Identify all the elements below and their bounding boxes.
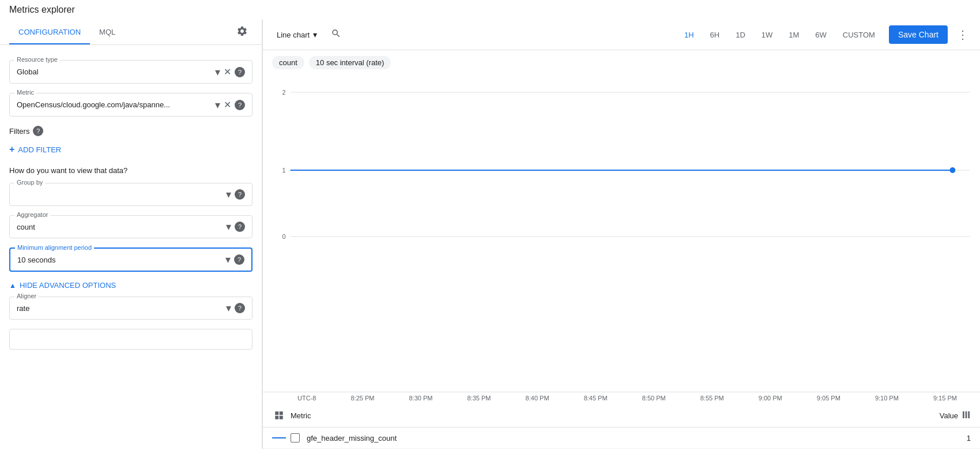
chart-x-axis: UTC-8 8:25 PM 8:30 PM 8:35 PM 8:40 PM 8:… <box>263 392 980 404</box>
metric-label: Metric <box>14 89 36 96</box>
metric-field: Metric OpenCensus/cloud.google.com/java/… <box>9 93 252 117</box>
data-table: Metric Value gfe_header_missing_count 1 <box>263 404 980 449</box>
svg-text:0: 0 <box>282 233 286 240</box>
metric-value: OpenCensus/cloud.google.com/java/spanne.… <box>17 100 210 109</box>
aggregator-field: Aggregator count ▾ ? <box>9 215 252 238</box>
data-table-header: Metric Value <box>263 404 980 427</box>
chart-svg: 2 1 0 <box>263 81 980 248</box>
minimum-alignment-field: Minimum alignment period 10 seconds ▾ ? <box>9 247 252 272</box>
table-value-col-header: Value <box>940 411 958 420</box>
x-label-850: 8:50 PM <box>642 395 666 402</box>
filters-help-icon[interactable]: ? <box>33 126 43 136</box>
resource-type-label: Resource type <box>14 56 60 63</box>
x-label-845: 8:45 PM <box>584 395 608 402</box>
settings-gear-icon[interactable] <box>232 21 252 43</box>
x-label-825: 8:25 PM <box>350 395 374 402</box>
table-metric-grid-icon <box>272 408 286 422</box>
chart-type-label: Line chart <box>277 31 310 39</box>
x-label-835: 8:35 PM <box>468 395 491 402</box>
row-metric-name: gfe_header_missing_count <box>307 434 397 442</box>
minimum-alignment-label: Minimum alignment period <box>15 244 94 251</box>
group-by-field: Group by ▾ ? <box>9 183 252 206</box>
table-columns-icon[interactable] <box>962 410 971 421</box>
hide-advanced-button[interactable]: ▲ HIDE ADVANCED OPTIONS <box>9 281 252 290</box>
metric-help-icon[interactable]: ? <box>235 100 245 110</box>
filters-title-text: Filters <box>9 127 29 136</box>
aggregator-help-icon[interactable]: ? <box>235 222 245 232</box>
x-label-830: 8:30 PM <box>409 395 433 402</box>
hide-advanced-chevron-icon: ▲ <box>9 282 16 290</box>
svg-text:1: 1 <box>282 167 286 174</box>
minimum-alignment-chevron-icon[interactable]: ▾ <box>225 254 231 265</box>
left-panel: CONFIGURATION MQL Resource type Global ▾… <box>0 20 262 449</box>
x-label-905: 9:05 PM <box>817 395 840 402</box>
svg-text:2: 2 <box>282 89 286 96</box>
x-label-915: 9:15 PM <box>933 395 957 402</box>
chip-count[interactable]: count <box>272 56 304 69</box>
hide-advanced-label: HIDE ADVANCED OPTIONS <box>20 281 116 290</box>
resource-type-clear-icon[interactable]: ✕ <box>224 66 231 77</box>
minimum-alignment-value: 10 seconds <box>17 256 221 264</box>
aggregator-value: count <box>17 223 221 231</box>
time-btn-1d[interactable]: 1D <box>729 28 752 42</box>
aligner-help-icon[interactable]: ? <box>235 303 245 313</box>
time-btn-6h[interactable]: 6H <box>703 28 727 42</box>
x-label-910: 9:10 PM <box>875 395 899 402</box>
chart-toolbar: Line chart ▾ 1H 6H 1D 1W 1M 6W CUSTOM Sa… <box>263 20 980 50</box>
search-icon[interactable] <box>329 26 344 43</box>
x-label-855: 8:55 PM <box>700 395 724 402</box>
filters-section: Filters ? + ADD FILTER <box>9 126 252 157</box>
x-label-utc: UTC-8 <box>297 395 316 402</box>
add-filter-label: ADD FILTER <box>18 145 61 154</box>
add-filter-button[interactable]: + ADD FILTER <box>9 142 252 157</box>
x-label-840: 8:40 PM <box>526 395 549 402</box>
aggregator-chevron-icon[interactable]: ▾ <box>226 222 231 232</box>
aligner-field: Aligner rate ▾ ? <box>9 297 252 320</box>
tabs-bar: CONFIGURATION MQL <box>0 20 262 45</box>
x-label-900: 9:00 PM <box>759 395 782 402</box>
chart-chips: count 10 sec interval (rate) <box>263 50 980 75</box>
resource-type-help-icon[interactable]: ? <box>235 67 245 77</box>
row-value: 1 <box>936 434 971 442</box>
group-by-help-icon[interactable]: ? <box>235 189 245 200</box>
time-btn-1h[interactable]: 1H <box>677 28 701 42</box>
time-range-buttons: 1H 6H 1D 1W 1M 6W CUSTOM <box>677 28 882 42</box>
group-by-label: Group by <box>14 179 45 186</box>
row-line-indicator <box>272 437 286 438</box>
app-title: Metrics explorer <box>0 0 980 20</box>
chart-type-chevron-icon: ▾ <box>313 30 317 39</box>
metric-chevron-icon[interactable]: ▾ <box>215 100 220 110</box>
time-btn-6w[interactable]: 6W <box>808 28 834 42</box>
resource-type-field: Resource type Global ▾ ✕ ? <box>9 60 252 84</box>
group-by-chevron-icon[interactable]: ▾ <box>226 189 231 200</box>
save-chart-button[interactable]: Save Chart <box>889 25 948 44</box>
chart-type-button[interactable]: Line chart ▾ <box>272 28 322 42</box>
more-options-icon[interactable]: ⋮ <box>955 25 971 44</box>
aggregator-label: Aggregator <box>14 211 50 218</box>
tab-mql[interactable]: MQL <box>90 20 125 44</box>
tab-configuration[interactable]: CONFIGURATION <box>9 20 90 44</box>
aligner-chevron-icon[interactable]: ▾ <box>226 303 231 313</box>
minimum-alignment-help-icon[interactable]: ? <box>234 254 244 265</box>
table-row: gfe_header_missing_count 1 <box>263 427 980 449</box>
chart-area: 2 1 0 <box>263 75 980 392</box>
right-panel: Line chart ▾ 1H 6H 1D 1W 1M 6W CUSTOM Sa… <box>263 20 980 449</box>
table-metric-col-header: Metric <box>291 411 311 420</box>
time-btn-1m[interactable]: 1M <box>782 28 806 42</box>
aligner-label: Aligner <box>14 292 39 299</box>
extra-field <box>9 329 252 350</box>
row-checkbox[interactable] <box>291 433 300 442</box>
svg-point-6 <box>949 167 955 173</box>
resource-type-chevron-icon[interactable]: ▾ <box>215 67 220 77</box>
add-filter-plus-icon: + <box>9 144 14 155</box>
time-btn-custom[interactable]: CUSTOM <box>836 28 882 42</box>
aligner-value: rate <box>17 304 221 313</box>
time-btn-1w[interactable]: 1W <box>755 28 780 42</box>
view-question-text: How do you want to view that data? <box>9 166 252 175</box>
metric-clear-icon[interactable]: ✕ <box>224 99 231 110</box>
resource-type-value: Global <box>17 68 210 76</box>
chip-interval[interactable]: 10 sec interval (rate) <box>309 56 391 69</box>
